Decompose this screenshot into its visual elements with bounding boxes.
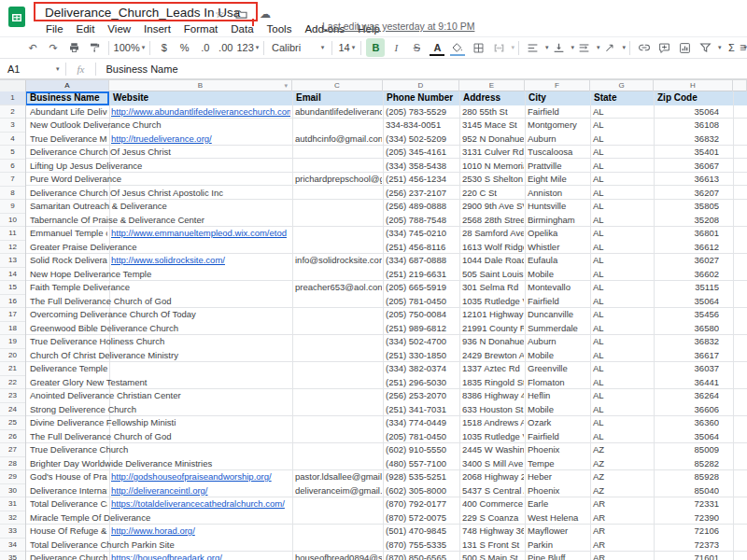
cell-city[interactable]: Mobile bbox=[528, 268, 589, 282]
cell-phone[interactable]: (251) 341-7031 bbox=[386, 403, 459, 417]
cell-phone[interactable]: (334) 687-0888 bbox=[386, 254, 459, 268]
cell-phone[interactable]: (334) 358-5438 bbox=[386, 160, 459, 174]
cell-phone[interactable]: (602) 305-8000 bbox=[386, 484, 459, 498]
last-edit-link[interactable]: Last edit was yesterday at 9:10 PM bbox=[322, 21, 474, 32]
cell-website-link[interactable]: https://totaldeliverancecathedralchurch.… bbox=[111, 497, 290, 511]
cell-email[interactable]: abundantlifedeliveranc bbox=[295, 105, 382, 119]
cell-city[interactable]: Birmingham bbox=[528, 214, 589, 228]
cell-zip[interactable]: 36580 bbox=[654, 322, 719, 336]
cell-address[interactable]: 400 Commerce bbox=[462, 497, 524, 511]
cell-city[interactable]: Opelika bbox=[528, 227, 589, 241]
cell-zip[interactable]: 36207 bbox=[654, 187, 719, 201]
cell-address[interactable]: 1044 Dale Road bbox=[462, 254, 524, 268]
cell-state[interactable]: AL bbox=[593, 376, 604, 390]
cell-city[interactable]: Parkin bbox=[528, 539, 589, 553]
cell-phone[interactable]: (870) 755-5335 bbox=[386, 539, 459, 553]
cell-website-link[interactable]: http://deliveranceintl.org/ bbox=[111, 484, 290, 498]
cell-phone[interactable]: (251) 456-1234 bbox=[386, 173, 459, 187]
cell-city[interactable]: Fairfield bbox=[528, 430, 589, 444]
cell-state[interactable]: AL bbox=[593, 227, 604, 241]
cell-zip[interactable]: 36360 bbox=[654, 416, 719, 430]
row-header-7[interactable]: 7 bbox=[0, 173, 25, 187]
cell-address[interactable]: 1835 Ringold St bbox=[462, 376, 524, 390]
cell-zip[interactable]: 36067 bbox=[654, 160, 719, 174]
header-cell-phone-number[interactable]: Phone Number bbox=[387, 91, 453, 105]
row-header-16[interactable]: 16 bbox=[0, 295, 25, 309]
cell-zip[interactable]: 35064 bbox=[654, 430, 719, 444]
cell-city[interactable]: Auburn bbox=[528, 133, 589, 147]
cell-state[interactable]: AL bbox=[593, 308, 604, 322]
cell-city[interactable]: Montevallo bbox=[528, 281, 589, 295]
cell-address[interactable]: 505 Saint Louis bbox=[462, 268, 524, 282]
cell-email[interactable]: prichardprepschool@g bbox=[295, 173, 382, 187]
cell-state[interactable]: AL bbox=[593, 160, 604, 174]
cell-phone[interactable]: (251) 989-6812 bbox=[386, 322, 459, 336]
select-all-corner[interactable] bbox=[0, 80, 26, 91]
cell-zip[interactable]: 35115 bbox=[654, 281, 719, 295]
cell-zip[interactable]: 36027 bbox=[654, 254, 719, 268]
row-header-1[interactable]: 1 bbox=[0, 91, 25, 105]
menu-edit[interactable]: Edit bbox=[70, 23, 102, 35]
name-box[interactable]: A1 bbox=[0, 63, 56, 75]
row-header-19[interactable]: 19 bbox=[0, 335, 25, 349]
row-header-22[interactable]: 22 bbox=[0, 376, 25, 390]
cell-phone[interactable]: (870) 850-6565 bbox=[386, 552, 459, 560]
cell-zip[interactable]: 36108 bbox=[654, 119, 719, 133]
cell-zip[interactable]: 35208 bbox=[654, 214, 719, 228]
cell-name[interactable]: Deliverance Internati bbox=[30, 484, 107, 498]
cell-address[interactable]: 748 Highway 36 bbox=[462, 525, 524, 539]
cell-state[interactable]: AZ bbox=[593, 484, 604, 498]
cell-city[interactable]: Auburn bbox=[528, 335, 589, 349]
paint-format-icon[interactable] bbox=[85, 38, 104, 57]
row-header-35[interactable]: 35 bbox=[0, 552, 25, 560]
menu-insert[interactable]: Insert bbox=[137, 23, 177, 35]
cell-email[interactable]: pastor.ldsallee@gmail bbox=[295, 470, 382, 484]
cell-phone[interactable]: (205) 750-0084 bbox=[386, 308, 459, 322]
cell-phone[interactable]: (256) 489-0888 bbox=[386, 200, 459, 214]
format-currency-button[interactable]: $ bbox=[155, 38, 174, 57]
format-percent-button[interactable]: % bbox=[176, 38, 194, 57]
cell-city[interactable]: Whistler bbox=[528, 241, 589, 255]
cell-address[interactable]: 1010 N Memoria bbox=[462, 160, 524, 174]
cell-city[interactable]: Flomaton bbox=[528, 376, 589, 390]
cell-email[interactable]: info@solidrocksite.cor bbox=[295, 254, 382, 268]
row-header-17[interactable]: 17 bbox=[0, 308, 25, 322]
cell-address[interactable]: 5437 S Central A bbox=[462, 484, 524, 498]
cell-name[interactable]: Faith Temple Deliverance bbox=[30, 281, 130, 295]
more-formats-button[interactable]: 123▾ bbox=[237, 38, 259, 57]
cell-website-link[interactable]: http://www.emmanueltempleod.wix.com/etod bbox=[111, 227, 290, 241]
menu-tools[interactable]: Tools bbox=[261, 23, 299, 35]
row-header-18[interactable]: 18 bbox=[0, 322, 25, 336]
horizontal-align-icon[interactable] bbox=[524, 38, 543, 57]
cell-address[interactable]: 1035 Rutledge V bbox=[462, 295, 524, 309]
text-rotation-icon[interactable] bbox=[600, 38, 619, 57]
cell-name[interactable]: True Deliverance Mu bbox=[30, 133, 107, 147]
cell-address[interactable]: 2429 Brewton A bbox=[462, 349, 524, 363]
cell-name[interactable]: Deliverance Church Of Jesus Christ Apost… bbox=[30, 187, 223, 201]
cell-state[interactable]: AL bbox=[593, 430, 604, 444]
cell-zip[interactable]: 85928 bbox=[654, 470, 719, 484]
insert-comment-icon[interactable] bbox=[655, 38, 674, 57]
menu-data[interactable]: Data bbox=[224, 23, 260, 35]
name-box-caret-icon[interactable]: ▾ bbox=[56, 65, 60, 73]
cell-phone[interactable]: (334) 502-5209 bbox=[386, 133, 459, 147]
column-header-F[interactable]: F bbox=[525, 80, 590, 91]
cell-name[interactable]: Strong Deliverence Church bbox=[30, 403, 136, 417]
strikethrough-button[interactable]: S bbox=[407, 38, 426, 57]
cell-website-link[interactable]: http://www.abundantlifedeliverancechurch… bbox=[111, 105, 290, 119]
cell-address[interactable]: 633 Houston St bbox=[462, 403, 524, 417]
cell-state[interactable]: AL bbox=[593, 214, 604, 228]
cell-state[interactable]: AL bbox=[593, 200, 604, 214]
cell-state[interactable]: AL bbox=[593, 403, 604, 417]
cell-name[interactable]: House Of Refuge & I bbox=[30, 525, 107, 539]
merge-cells-icon[interactable] bbox=[489, 38, 508, 57]
column-b-dropdown-icon[interactable]: ▾ bbox=[284, 80, 288, 91]
menu-format[interactable]: Format bbox=[177, 23, 224, 35]
cell-zip[interactable]: 35401 bbox=[654, 146, 719, 160]
row-header-5[interactable]: 5 bbox=[0, 146, 25, 160]
cell-zip[interactable]: 35456 bbox=[654, 308, 719, 322]
cell-website-link[interactable]: http://truedeliverance.org/ bbox=[111, 133, 290, 147]
cell-zip[interactable]: 36801 bbox=[654, 227, 719, 241]
bold-button[interactable]: B bbox=[366, 38, 385, 57]
cell-city[interactable]: Mayflower bbox=[528, 525, 589, 539]
